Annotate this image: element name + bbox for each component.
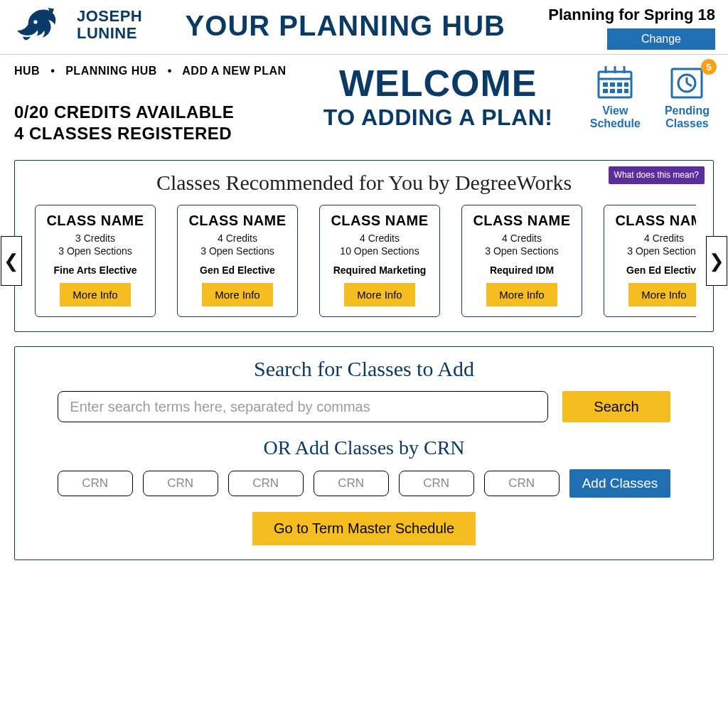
calendar-icon [596,65,634,100]
more-info-button[interactable]: More Info [202,283,272,306]
class-card-sections: 3 Open Sections [185,245,290,257]
pending-count-badge: 5 [701,59,717,75]
breadcrumb-planning-hub[interactable]: PLANNING HUB [65,65,157,77]
class-card-name: CLASS NAME [43,213,148,229]
change-term-button[interactable]: Change [607,28,715,50]
search-input[interactable] [58,391,548,422]
svg-rect-6 [610,82,615,87]
class-card: CLASS NAME 3 Credits 3 Open Sections Fin… [35,205,156,317]
class-card-name: CLASS NAME [185,213,290,229]
search-button[interactable]: Search [562,391,670,422]
user-name: JOSEPH LUNINE [77,8,142,42]
class-card-credits: 3 Credits [43,232,148,245]
classes-registered-label: CLASSES REGISTERED [29,124,232,143]
crn-input[interactable] [484,471,560,496]
search-panel: Search for Classes to Add Search OR Add … [14,346,714,560]
app-title: YOUR PLANNING HUB [142,10,548,42]
crn-input[interactable] [58,471,133,496]
crn-input[interactable] [143,471,218,496]
clock-calendar-icon [668,65,706,100]
more-info-button[interactable]: More Info [344,283,414,306]
svg-rect-10 [610,89,615,93]
class-card-sections: 3 Open Sections [611,245,696,257]
add-by-crn-title: OR Add Classes by CRN [32,437,696,459]
svg-rect-11 [617,89,622,93]
class-card-requirement: Gen Ed Elective [611,264,696,276]
svg-rect-9 [603,89,608,93]
chevron-left-icon: ❮ [4,250,19,272]
class-card-requirement: Fine Arts Elective [43,264,148,276]
dragon-logo-icon [13,6,64,44]
class-card-credits: 4 Credits [327,232,432,245]
search-title: Search for Classes to Add [32,357,696,381]
class-card-requirement: Gen Ed Elective [185,264,290,276]
class-card: CLASS NAME 4 Credits 3 Open Sections Gen… [177,205,298,317]
view-schedule-link[interactable]: View Schedule [590,65,641,131]
pending-classes-link[interactable]: 5 Pending Classes [665,65,710,131]
svg-rect-12 [624,89,628,93]
svg-rect-7 [617,82,622,87]
welcome-heading: WELCOME TO ADDING A PLAN! [287,65,590,131]
term-label: Planning for Spring 18 [548,6,715,24]
class-card: CLASS NAME 4 Credits 10 Open Sections Re… [319,205,440,317]
help-what-does-this-mean[interactable]: What does this mean? [609,166,705,184]
svg-rect-5 [603,82,608,87]
class-card-sections: 3 Open Sections [43,245,148,257]
credits-available-value: 0/20 [14,102,49,122]
classes-registered-value: 4 [14,124,24,143]
class-card-name: CLASS NAME [611,213,696,229]
class-card-sections: 3 Open Sections [469,245,574,257]
more-info-button[interactable]: More Info [486,283,557,306]
svg-line-16 [687,83,692,86]
crn-input[interactable] [399,471,474,496]
chevron-right-icon: ❯ [709,250,724,272]
class-card: CLASS NAME 4 Credits 3 Open Sections Req… [461,205,582,317]
more-info-button[interactable]: More Info [60,283,130,306]
class-card-sections: 10 Open Sections [327,245,432,257]
class-card-credits: 4 Credits [185,232,290,245]
breadcrumb: HUB • PLANNING HUB • ADD A NEW PLAN [14,65,287,77]
class-card: CLASS NAME 4 Credits 3 Open Sections Gen… [604,205,696,317]
credits-available-label: CREDITS AVAILABLE [54,102,234,122]
more-info-button[interactable]: More Info [628,283,696,306]
add-classes-button[interactable]: Add Classes [569,469,671,498]
class-card-credits: 4 Credits [611,232,696,245]
class-card-name: CLASS NAME [469,213,574,229]
class-card-requirement: Required IDM [469,264,574,276]
class-card-credits: 4 Credits [469,232,574,245]
recommendations-title: Classes Recommended for You by DegreeWor… [32,171,696,195]
term-master-schedule-button[interactable]: Go to Term Master Schedule [252,512,476,545]
breadcrumb-add-plan[interactable]: ADD A NEW PLAN [182,65,286,77]
breadcrumb-hub[interactable]: HUB [14,65,40,77]
class-card-name: CLASS NAME [327,213,432,229]
crn-input[interactable] [314,471,389,496]
crn-input[interactable] [228,471,304,496]
recommendations-panel: What does this mean? Classes Recommended… [14,160,714,332]
carousel-next-button[interactable]: ❯ [706,236,727,286]
svg-rect-8 [624,82,628,87]
carousel-prev-button[interactable]: ❮ [1,236,22,286]
class-card-requirement: Required Marketing [327,264,432,276]
